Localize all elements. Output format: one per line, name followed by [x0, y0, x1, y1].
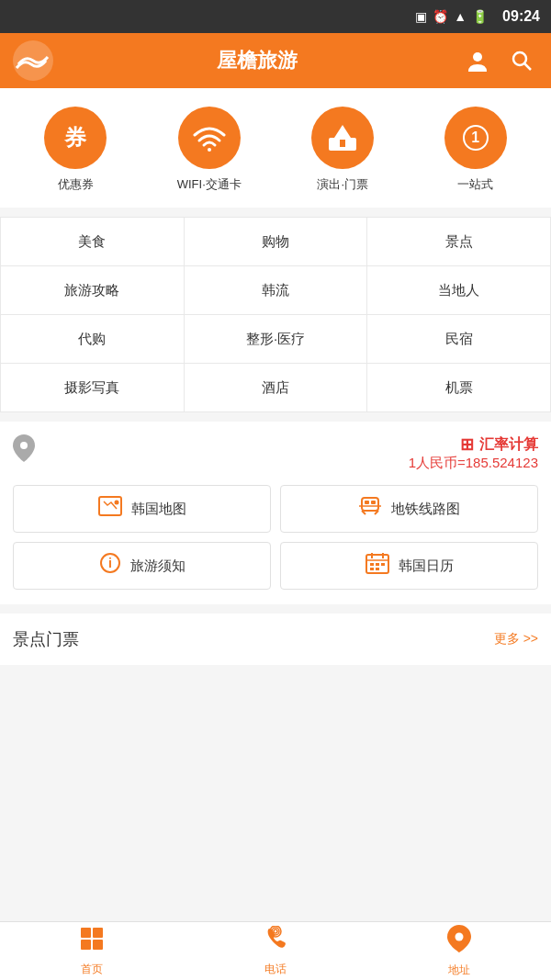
home-grid-icon	[79, 926, 105, 958]
calendar-icon	[365, 552, 389, 580]
tools-section: ⊞ 汇率计算 1人民币=185.524123 韩国地图	[0, 422, 551, 604]
grid-cell-travel-guide[interactable]: 旅游攻略	[1, 266, 185, 314]
subway-map-label: 地铁线路图	[391, 501, 460, 518]
app-title: 屋檐旅游	[55, 47, 459, 74]
map-icon	[98, 496, 122, 522]
quick-label-wifi: WIFI·交通卡	[177, 176, 242, 193]
quick-circle-wifi	[178, 107, 241, 169]
quick-item-wifi[interactable]: WIFI·交通卡	[177, 107, 242, 193]
grid-row-3: 摄影写真 酒店 机票	[1, 364, 550, 411]
nav-item-home[interactable]: 首页	[0, 926, 184, 977]
grid-cell-hallyu[interactable]: 韩流	[185, 266, 368, 314]
grid-row-0: 美食 购物 景点	[1, 218, 550, 266]
tools-top: ⊞ 汇率计算 1人民币=185.524123	[13, 434, 538, 472]
location-pin-icon	[13, 434, 35, 467]
korea-calendar-button[interactable]: 韩国日历	[280, 542, 538, 590]
profile-button[interactable]	[459, 42, 496, 79]
quick-label-tickets: 演出·门票	[317, 176, 368, 193]
svg-rect-28	[81, 928, 91, 938]
quick-circle-tickets	[311, 107, 374, 169]
grid-menu: 美食 购物 景点 旅游攻略 韩流 当地人 代购 整形·医疗 民宿 摄影写真 酒店…	[0, 217, 551, 412]
quick-circle-onestop: 1	[444, 107, 507, 169]
quick-item-tickets[interactable]: 演出·门票	[311, 107, 374, 193]
quick-item-onestop[interactable]: 1 一站式	[444, 107, 507, 193]
exchange-rate-widget[interactable]: ⊞ 汇率计算 1人民币=185.524123	[409, 434, 538, 472]
grid-cell-photo[interactable]: 摄影写真	[1, 364, 185, 411]
clock-icon: ⏰	[433, 9, 448, 24]
nav-label-home: 首页	[81, 962, 103, 977]
svg-rect-11	[362, 498, 378, 511]
svg-rect-30	[81, 940, 91, 950]
calculator-icon: ⊞	[460, 434, 474, 455]
bottom-nav: 首页 电话 地址	[0, 921, 551, 980]
attractions-section: 景点门票 更多 >>	[0, 614, 551, 665]
grid-cell-flight[interactable]: 机票	[367, 364, 550, 411]
attractions-title: 景点门票	[13, 628, 79, 650]
nav-item-address[interactable]: 地址	[367, 925, 551, 978]
svg-line-3	[524, 63, 531, 70]
svg-point-10	[114, 501, 118, 505]
korea-map-label: 韩国地图	[131, 501, 186, 518]
quick-access-section: 券 优惠券 WIFI·交通卡 演出·门票 1 一站	[0, 88, 551, 208]
svg-text:i: i	[108, 556, 112, 570]
app-logo	[11, 39, 55, 83]
quick-circle-coupon: 券	[44, 107, 107, 169]
exchange-rate-title: ⊞ 汇率计算	[409, 434, 538, 455]
tools-grid: 韩国地图 地铁线路图 i	[13, 485, 538, 590]
svg-rect-26	[370, 568, 374, 570]
info-icon: i	[99, 552, 121, 580]
header-action-icons	[459, 42, 540, 79]
grid-cell-shopping[interactable]: 购物	[185, 218, 368, 265]
svg-rect-7	[340, 140, 345, 147]
korea-calendar-label: 韩国日历	[399, 558, 454, 575]
svg-point-4	[208, 148, 211, 152]
svg-marker-6	[334, 125, 351, 138]
grid-row-1: 旅游攻略 韩流 当地人	[1, 266, 550, 315]
app-header: 屋檐旅游	[0, 33, 551, 88]
nav-label-phone: 电话	[264, 962, 287, 977]
onestop-badge: 1	[463, 125, 489, 151]
svg-point-8	[20, 442, 28, 449]
battery-icon: 🔋	[472, 9, 488, 24]
more-link[interactable]: 更多 >>	[494, 631, 538, 648]
grid-cell-food[interactable]: 美食	[1, 218, 185, 265]
status-icons: ▣ ⏰ ▲ 🔋	[415, 9, 488, 24]
svg-rect-9	[99, 497, 121, 515]
status-bar: ▣ ⏰ ▲ 🔋 09:24	[0, 0, 551, 33]
svg-point-32	[274, 929, 277, 933]
quick-label-onestop: 一站式	[457, 176, 493, 193]
grid-cell-purchasing[interactable]: 代购	[1, 315, 185, 363]
train-icon	[358, 496, 382, 522]
travel-notice-label: 旅游须知	[130, 558, 186, 575]
coupon-icon: 券	[64, 123, 86, 152]
sim-icon: ▣	[415, 9, 427, 24]
grid-row-2: 代购 整形·医疗 民宿	[1, 315, 550, 364]
wifi-status-icon: ▲	[454, 9, 467, 24]
grid-cell-attractions[interactable]: 景点	[367, 218, 550, 265]
svg-rect-25	[381, 563, 385, 566]
grid-cell-local[interactable]: 当地人	[367, 266, 550, 314]
svg-rect-31	[93, 940, 103, 950]
svg-rect-23	[370, 563, 374, 566]
nav-label-address: 地址	[448, 963, 470, 978]
svg-rect-12	[365, 501, 369, 504]
korea-map-button[interactable]: 韩国地图	[13, 485, 271, 533]
nav-item-phone[interactable]: 电话	[184, 926, 367, 977]
phone-icon	[263, 926, 288, 958]
exchange-rate-value: 1人民币=185.524123	[409, 455, 538, 472]
grid-cell-minsu[interactable]: 民宿	[367, 315, 550, 363]
grid-cell-medical[interactable]: 整形·医疗	[185, 315, 368, 363]
svg-rect-24	[376, 563, 379, 566]
grid-cell-hotel[interactable]: 酒店	[185, 364, 368, 411]
svg-rect-13	[371, 501, 376, 504]
search-button[interactable]	[503, 42, 540, 79]
quick-label-coupon: 优惠券	[58, 176, 94, 193]
quick-item-coupon[interactable]: 券 优惠券	[44, 107, 107, 193]
svg-point-2	[513, 52, 526, 65]
svg-rect-27	[376, 568, 379, 570]
status-time: 09:24	[502, 8, 540, 25]
subway-map-button[interactable]: 地铁线路图	[280, 485, 538, 533]
svg-point-33	[272, 928, 279, 935]
svg-point-1	[473, 52, 482, 62]
travel-notice-button[interactable]: i 旅游须知	[13, 542, 271, 590]
